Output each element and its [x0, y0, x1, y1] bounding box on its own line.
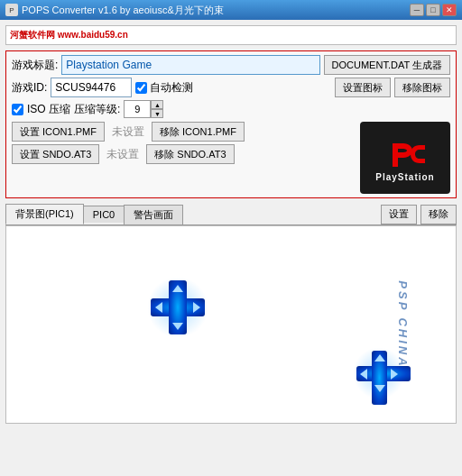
compress-level-label: 压缩等级:	[74, 102, 120, 117]
sndo-status: 未设置	[106, 147, 139, 162]
iso-compress-checkbox[interactable]	[12, 104, 23, 115]
watermark-text: 河蟹软件网 www.baidu59.cn	[10, 29, 128, 41]
remove-icon1-button[interactable]: 移除 ICON1.PMF	[152, 122, 245, 142]
watermark-bar: 河蟹软件网 www.baidu59.cn	[5, 25, 457, 45]
auto-detect-group: 自动检测	[135, 80, 193, 96]
window-title: POPS Converter v1.6 by aeoiusc&月光下的束	[22, 4, 224, 17]
set-sndo-button[interactable]: 设置 SNDO.AT3	[12, 144, 99, 164]
game-id-input[interactable]	[51, 78, 132, 97]
game-title-row: 游戏标题: DOCUMENT.DAT 生成器	[12, 55, 450, 75]
title-bar: P POPS Converter v1.6 by aeoiusc&月光下的束 ─…	[0, 0, 462, 20]
game-info-section: 游戏标题: DOCUMENT.DAT 生成器 游戏ID: 自动检测 设置图标 移…	[5, 50, 457, 198]
game-id-label: 游戏ID:	[12, 80, 47, 96]
ps-logo-svg	[381, 134, 430, 172]
set-icon-button[interactable]: 设置图标	[335, 78, 391, 97]
spin-up-button[interactable]: ▲	[151, 100, 163, 109]
close-button[interactable]: ✕	[442, 4, 457, 16]
maximize-button[interactable]: □	[426, 4, 440, 16]
dpad-left	[151, 280, 205, 334]
compress-level-input[interactable]	[124, 100, 151, 118]
remove-icon-button[interactable]: 移除图标	[394, 78, 450, 97]
tab-pic0[interactable]: PIC0	[83, 206, 125, 223]
iso-compress-label: ISO 压缩	[27, 102, 70, 117]
main-content: 河蟹软件网 www.baidu59.cn 游戏标题: DOCUMENT.DAT …	[0, 20, 462, 429]
spinner-buttons: ▲ ▼	[151, 100, 163, 118]
playstation-logo: PlayStation	[360, 122, 450, 194]
iso-compress-row: ISO 压缩 压缩等级: ▲ ▼	[12, 100, 450, 118]
tab-warning[interactable]: 警告画面	[124, 205, 183, 224]
auto-detect-label: 自动检测	[150, 80, 193, 96]
spin-down-button[interactable]: ▼	[151, 109, 163, 118]
tabs-section: 背景图(PIC1) PIC0 警告画面 设置 移除 PSP CHINA	[5, 204, 457, 424]
icon1-status: 未设置	[112, 124, 144, 140]
icon1-row: 设置 ICON1.PMF 未设置 移除 ICON1.PMF	[12, 122, 355, 142]
sndo-row: 设置 SNDO.AT3 未设置 移除 SNDO.AT3	[12, 144, 355, 164]
icon-form: 设置 ICON1.PMF 未设置 移除 ICON1.PMF 设置 SNDO.AT…	[12, 122, 355, 164]
icon-section: 设置 ICON1.PMF 未设置 移除 ICON1.PMF 设置 SNDO.AT…	[12, 122, 450, 194]
dpad-right	[356, 351, 402, 396]
game-id-row: 游戏ID: 自动检测 设置图标 移除图标	[12, 78, 450, 97]
minimize-button[interactable]: ─	[410, 4, 424, 16]
compress-level-spinner: ▲ ▼	[124, 100, 163, 118]
set-tab-button[interactable]: 设置	[381, 205, 417, 224]
remove-tab-button[interactable]: 移除	[420, 205, 457, 224]
canvas-area: PSP CHINA	[5, 225, 457, 424]
remove-sndo-button[interactable]: 移除 SNDO.AT3	[146, 144, 234, 164]
game-title-label: 游戏标题:	[12, 58, 58, 73]
set-icon1-button[interactable]: 设置 ICON1.PMF	[12, 122, 105, 142]
tabs-row: 背景图(PIC1) PIC0 警告画面 设置 移除	[5, 204, 457, 225]
auto-detect-checkbox[interactable]	[135, 82, 147, 94]
playstation-label: PlayStation	[375, 172, 434, 182]
app-icon: P	[5, 4, 18, 16]
title-bar-buttons: ─ □ ✕	[410, 4, 457, 16]
document-dat-button[interactable]: DOCUMENT.DAT 生成器	[324, 55, 450, 75]
game-title-input[interactable]	[61, 55, 319, 75]
tab-bg-pic1[interactable]: 背景图(PIC1)	[5, 204, 84, 224]
title-bar-left: P POPS Converter v1.6 by aeoiusc&月光下的束	[5, 4, 224, 17]
